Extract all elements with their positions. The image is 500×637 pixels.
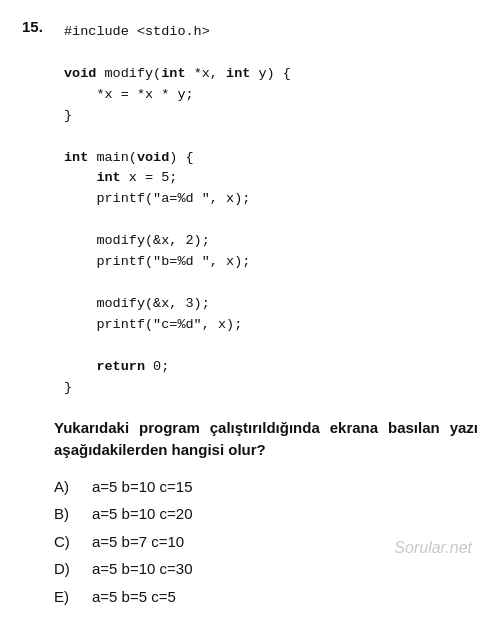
option-a-letter: A) bbox=[54, 476, 92, 499]
option-e: E) a=5 b=5 c=5 bbox=[54, 586, 478, 609]
option-b-value: a=5 b=10 c=20 bbox=[92, 503, 193, 526]
option-a-value: a=5 b=10 c=15 bbox=[92, 476, 193, 499]
question-text: Yukarıdaki program çalıştırıldığında ekr… bbox=[54, 417, 478, 462]
option-c-value: a=5 b=7 c=10 bbox=[92, 531, 184, 554]
option-d-value: a=5 b=10 c=30 bbox=[92, 558, 193, 581]
option-e-value: a=5 b=5 c=5 bbox=[92, 586, 176, 609]
option-c: C) a=5 b=7 c=10 bbox=[54, 531, 478, 554]
option-d-letter: D) bbox=[54, 558, 92, 581]
option-c-letter: C) bbox=[54, 531, 92, 554]
option-e-letter: E) bbox=[54, 586, 92, 609]
code-block: #include <stdio.h> void modify(int *x, i… bbox=[54, 22, 478, 399]
options-list: A) a=5 b=10 c=15 B) a=5 b=10 c=20 C) a=5… bbox=[54, 476, 478, 609]
question-number: 15. bbox=[22, 18, 54, 35]
option-d: D) a=5 b=10 c=30 bbox=[54, 558, 478, 581]
option-b: B) a=5 b=10 c=20 bbox=[54, 503, 478, 526]
option-a: A) a=5 b=10 c=15 bbox=[54, 476, 478, 499]
option-b-letter: B) bbox=[54, 503, 92, 526]
